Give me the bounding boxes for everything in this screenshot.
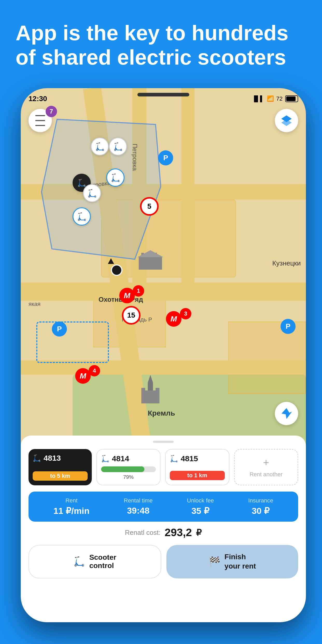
phone-frame-container: 12:30 ▐▌▌ 📶 72 (21, 88, 314, 644)
insurance-label: Insurance (248, 497, 273, 504)
rental-time-label: Rental time (124, 497, 153, 504)
badge-4815: to 1 km (170, 471, 225, 480)
scooter-control-button[interactable]: 🛴 Scootercontrol (29, 545, 161, 578)
wifi-icon: 📶 (267, 95, 274, 102)
finish-rent-label: Finishyour rent (225, 552, 256, 571)
scooter-card-4814[interactable]: 🛴 4814 79% (96, 449, 161, 485)
header-line2: of shared electric scooters (16, 45, 306, 69)
blue-zone-svg (36, 114, 166, 264)
finish-rent-button[interactable]: 🏁 Finishyour rent (166, 545, 298, 578)
yellow-zone-3 (228, 321, 306, 394)
battery-indicator (285, 95, 298, 102)
location-icon (281, 408, 292, 419)
info-insurance: Insurance 30 ₽ (248, 497, 273, 516)
parking-sign-1: P (158, 150, 173, 165)
panel-handle (153, 441, 174, 443)
menu-badge: 7 (46, 106, 57, 117)
rent-another-label: Rent another (250, 471, 283, 478)
metro-badge-2: 3 (180, 308, 191, 319)
phone-notch (137, 93, 189, 96)
unlock-label: Unlock fee (187, 497, 214, 504)
metro-badge-4: 4 (89, 365, 100, 376)
status-time: 12:30 (29, 95, 47, 103)
map-text-yakaya: якая (29, 301, 40, 307)
plus-icon: + (263, 457, 269, 468)
dashed-parking-zone (36, 321, 109, 363)
cost-value: 293,2 (165, 526, 192, 539)
unlock-value: 35 ₽ (191, 506, 209, 516)
map-area: Петровка Дмитровка Охотный Ряд Площадь Р… (21, 88, 306, 446)
scooter-card-4813[interactable]: 🛴 4813 to 5 km (29, 449, 92, 485)
svg-rect-1 (139, 257, 162, 270)
rent-another-card[interactable]: + Rent another (234, 449, 298, 485)
speed-sign-15: 15 (122, 306, 141, 325)
scooter-control-label: Scootercontrol (89, 553, 116, 570)
battery-value: 72 (276, 95, 283, 102)
svg-marker-7 (148, 375, 153, 383)
scooter-cards-row: 🛴 4813 to 5 km 🛴 4814 79% (29, 449, 298, 485)
card-number-4813: 4813 (44, 454, 61, 463)
metro-sign-2: М (166, 311, 181, 327)
action-buttons: 🛴 Scootercontrol 🏁 Finishyour rent (29, 545, 298, 578)
battery-bar-4814 (101, 466, 156, 472)
status-icons: ▐▌▌ 📶 72 (252, 95, 298, 102)
info-unlock: Unlock fee 35 ₽ (187, 497, 214, 516)
map-text-kuznecki: Кузнецки (272, 259, 301, 267)
header-text: App is the key to hundreds of shared ele… (16, 21, 306, 70)
cost-row: Renatl cost: 293,2 ₽ (29, 526, 298, 539)
map-text-petrovka: Петровка (131, 144, 138, 171)
metro-sign-4: М (75, 368, 91, 384)
info-row: Rent 11 ₽/min Rental time 39:48 Unlock f… (29, 492, 298, 522)
battery-fill-4814 (101, 466, 144, 472)
svg-marker-12 (281, 119, 292, 126)
scooter-pin-4[interactable]: 🛴 (83, 184, 101, 202)
bottom-panel: 🛴 4813 to 5 km 🛴 4814 79% (21, 436, 306, 622)
layers-button[interactable] (275, 109, 298, 132)
rental-time-value: 39:48 (127, 506, 150, 516)
road-h2 (21, 283, 306, 301)
metro-badge-1: 1 (133, 285, 144, 297)
cost-label: Renatl cost: (125, 529, 160, 537)
card-number-4815: 4815 (181, 454, 198, 463)
scooter-icon-4815: 🛴 (170, 455, 178, 463)
status-bar: 12:30 ▐▌▌ 📶 72 (21, 88, 306, 106)
scooter-pin-6[interactable]: 🛴 (73, 207, 91, 226)
svg-rect-9 (141, 388, 145, 403)
building-icon (137, 249, 163, 271)
scooter-icon-4814: 🛴 (101, 455, 109, 463)
finish-rent-icon: 🏁 (209, 556, 220, 567)
cost-currency: ₽ (196, 527, 202, 538)
info-rental-time: Rental time 39:48 (124, 497, 153, 516)
phone-frame: 12:30 ▐▌▌ 📶 72 (21, 88, 306, 622)
parking-sign-3: P (52, 321, 67, 337)
rent-value: 11 ₽/min (53, 506, 89, 516)
scooter-card-4815[interactable]: 🛴 4815 to 1 km (165, 449, 229, 485)
svg-rect-10 (156, 388, 159, 403)
scooter-pin-2[interactable]: 🛴 (109, 137, 127, 156)
kremlin-icon (140, 372, 161, 404)
signal-icon: ▐▌▌ (252, 95, 264, 102)
parking-sign-2: P (281, 319, 296, 334)
metro-sign-1: М (119, 288, 135, 303)
info-rent: Rent 11 ₽/min (53, 497, 89, 516)
header-line1: App is the key to hundreds (16, 21, 306, 45)
scooter-icon-4813: 🛴 (33, 454, 41, 462)
card-number-4814: 4814 (112, 454, 129, 463)
scooter-pin-5[interactable]: 🛴 (106, 169, 124, 187)
scooter-control-icon: 🛴 (73, 556, 85, 567)
rent-label: Rent (65, 497, 77, 504)
insurance-value: 30 ₽ (252, 506, 270, 516)
badge-4813: to 5 km (33, 471, 88, 481)
layers-icon (280, 114, 293, 127)
road-v2 (181, 88, 194, 296)
map-text-kreml: Кремль (148, 409, 175, 417)
percent-label-4814: 79% (101, 474, 156, 480)
location-button[interactable] (275, 402, 298, 425)
speed-sign-5: 5 (140, 197, 159, 216)
scooter-pin-1[interactable]: 🛴 (91, 137, 109, 156)
